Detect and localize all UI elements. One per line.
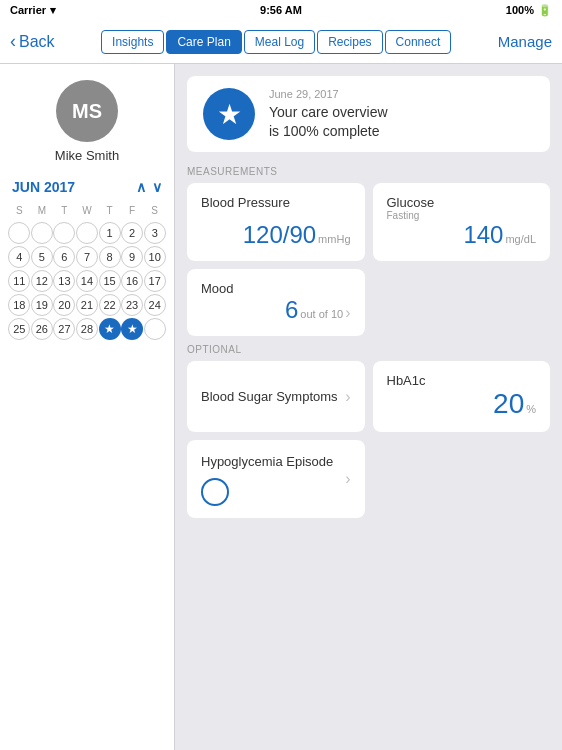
wifi-icon: ▾ bbox=[50, 4, 56, 17]
glucose-label: Glucose bbox=[387, 195, 435, 210]
cal-day-28[interactable]: 28 bbox=[76, 318, 98, 340]
tab-connect[interactable]: Connect bbox=[385, 30, 452, 54]
optional-row-1: Blood Sugar Symptoms › HbA1c 20 % bbox=[187, 361, 550, 432]
blood-pressure-label: Blood Pressure bbox=[201, 195, 351, 210]
blood-pressure-card[interactable]: Blood Pressure 120/90 mmHg bbox=[187, 183, 365, 261]
calendar-next-button[interactable]: ∨ bbox=[152, 179, 162, 195]
cal-day-17[interactable]: 17 bbox=[144, 270, 166, 292]
status-right: 100% 🔋 bbox=[506, 4, 552, 17]
tab-care-plan[interactable]: Care Plan bbox=[166, 30, 241, 54]
nav-bar: ‹ Back Insights Care Plan Meal Log Recip… bbox=[0, 20, 562, 64]
mood-card[interactable]: Mood 6 out of 10 › bbox=[187, 269, 365, 336]
cal-day-12[interactable]: 12 bbox=[31, 270, 53, 292]
care-star-circle: ★ bbox=[203, 88, 255, 140]
hypoglycemia-label: Hypoglycemia Episode bbox=[201, 454, 333, 469]
hba1c-label: HbA1c bbox=[387, 373, 537, 388]
cal-day-20[interactable]: 20 bbox=[53, 294, 75, 316]
cal-day-22[interactable]: 22 bbox=[99, 294, 121, 316]
cal-day-5[interactable]: 5 bbox=[31, 246, 53, 268]
cal-day-empty-end bbox=[144, 318, 166, 340]
glucose-label-row: Glucose bbox=[387, 195, 537, 210]
calendar-week-5: 25 26 27 28 ★ ★ bbox=[8, 318, 166, 340]
back-chevron-icon: ‹ bbox=[10, 31, 16, 52]
cal-day-6[interactable]: 6 bbox=[53, 246, 75, 268]
mood-value: 6 bbox=[285, 296, 298, 324]
manage-button[interactable]: Manage bbox=[498, 33, 552, 50]
calendar-grid: S M T W T F S 1 2 3 4 5 6 bbox=[8, 203, 166, 340]
hba1c-unit: % bbox=[526, 403, 536, 415]
avatar-initials: MS bbox=[72, 100, 102, 123]
calendar-week-2: 4 5 6 7 8 9 10 bbox=[8, 246, 166, 268]
hba1c-card[interactable]: HbA1c 20 % bbox=[373, 361, 551, 432]
optional-row-2: Hypoglycemia Episode › bbox=[187, 440, 550, 518]
battery-icon: 🔋 bbox=[538, 4, 552, 17]
calendar-nav: ∧ ∨ bbox=[136, 179, 162, 195]
tab-meal-log[interactable]: Meal Log bbox=[244, 30, 315, 54]
mood-of-label: out of 10 bbox=[300, 308, 343, 320]
carrier-label: Carrier bbox=[10, 4, 46, 16]
tab-insights[interactable]: Insights bbox=[101, 30, 164, 54]
time-label: 9:56 AM bbox=[260, 4, 302, 16]
calendar-month: JUN 2017 bbox=[12, 179, 75, 195]
cal-day-14[interactable]: 14 bbox=[76, 270, 98, 292]
cal-day-15[interactable]: 15 bbox=[99, 270, 121, 292]
cal-day-13[interactable]: 13 bbox=[53, 270, 75, 292]
blood-sugar-symptoms-card[interactable]: Blood Sugar Symptoms › bbox=[187, 361, 365, 432]
tab-recipes[interactable]: Recipes bbox=[317, 30, 382, 54]
cal-day-21[interactable]: 21 bbox=[76, 294, 98, 316]
star-icon-30: ★ bbox=[127, 322, 138, 336]
cal-day-10[interactable]: 10 bbox=[144, 246, 166, 268]
cal-day-empty bbox=[31, 222, 53, 244]
blood-sugar-symptoms-label: Blood Sugar Symptoms bbox=[201, 389, 338, 404]
care-banner: ★ June 29, 2017 Your care overviewis 100… bbox=[187, 76, 550, 152]
hba1c-value-row: 20 % bbox=[387, 388, 537, 420]
blood-pressure-value: 120/90 bbox=[243, 221, 316, 249]
calendar-header: JUN 2017 ∧ ∨ bbox=[8, 179, 166, 195]
cal-day-11[interactable]: 11 bbox=[8, 270, 30, 292]
cal-day-3[interactable]: 3 bbox=[144, 222, 166, 244]
cal-day-9[interactable]: 9 bbox=[121, 246, 143, 268]
tabs-container: Insights Care Plan Meal Log Recipes Conn… bbox=[101, 30, 451, 54]
mood-chevron-icon: › bbox=[345, 304, 350, 322]
cal-day-7[interactable]: 7 bbox=[76, 246, 98, 268]
user-name: Mike Smith bbox=[55, 148, 119, 163]
sidebar: MS Mike Smith JUN 2017 ∧ ∨ S M T W T F S bbox=[0, 64, 175, 750]
glucose-unit: mg/dL bbox=[505, 233, 536, 245]
calendar-week-4: 18 19 20 21 22 23 24 bbox=[8, 294, 166, 316]
cal-day-1[interactable]: 1 bbox=[99, 222, 121, 244]
cal-day-16[interactable]: 16 bbox=[121, 270, 143, 292]
hba1c-value: 20 bbox=[493, 388, 524, 420]
cal-day-19[interactable]: 19 bbox=[31, 294, 53, 316]
glucose-card[interactable]: Glucose Fasting 140 mg/dL bbox=[373, 183, 551, 261]
optional-label: OPTIONAL bbox=[187, 344, 550, 355]
cal-day-25[interactable]: 25 bbox=[8, 318, 30, 340]
calendar-prev-button[interactable]: ∧ bbox=[136, 179, 146, 195]
main-layout: MS Mike Smith JUN 2017 ∧ ∨ S M T W T F S bbox=[0, 64, 562, 750]
calendar-day-headers: S M T W T F S bbox=[8, 203, 166, 218]
measurements-row-1: Blood Pressure 120/90 mmHg Glucose Fasti… bbox=[187, 183, 550, 261]
cal-day-2[interactable]: 2 bbox=[121, 222, 143, 244]
hypoglycemia-chevron-icon: › bbox=[345, 470, 350, 488]
cal-day-26[interactable]: 26 bbox=[31, 318, 53, 340]
cal-day-30-star[interactable]: ★ bbox=[121, 318, 143, 340]
mood-value-row: 6 out of 10 › bbox=[201, 296, 351, 324]
cal-day-23[interactable]: 23 bbox=[121, 294, 143, 316]
care-message: Your care overviewis 100% complete bbox=[269, 103, 388, 139]
cal-day-8[interactable]: 8 bbox=[99, 246, 121, 268]
cal-day-18[interactable]: 18 bbox=[8, 294, 30, 316]
status-bar: Carrier ▾ 9:56 AM 100% 🔋 bbox=[0, 0, 562, 20]
cal-day-4[interactable]: 4 bbox=[8, 246, 30, 268]
cal-day-27[interactable]: 27 bbox=[53, 318, 75, 340]
hypoglycemia-content: Hypoglycemia Episode bbox=[201, 452, 333, 506]
hypoglycemia-circle-icon bbox=[201, 478, 229, 506]
cal-day-29-star[interactable]: ★ bbox=[99, 318, 121, 340]
measurements-row-2: Mood 6 out of 10 › bbox=[187, 269, 550, 336]
care-text: June 29, 2017 Your care overviewis 100% … bbox=[269, 88, 388, 139]
back-button[interactable]: ‹ Back bbox=[10, 32, 55, 52]
care-date: June 29, 2017 bbox=[269, 88, 388, 100]
calendar-week-1: 1 2 3 bbox=[8, 222, 166, 244]
cal-day-empty bbox=[53, 222, 75, 244]
status-left: Carrier ▾ bbox=[10, 4, 56, 17]
hypoglycemia-card[interactable]: Hypoglycemia Episode › bbox=[187, 440, 365, 518]
cal-day-24[interactable]: 24 bbox=[144, 294, 166, 316]
